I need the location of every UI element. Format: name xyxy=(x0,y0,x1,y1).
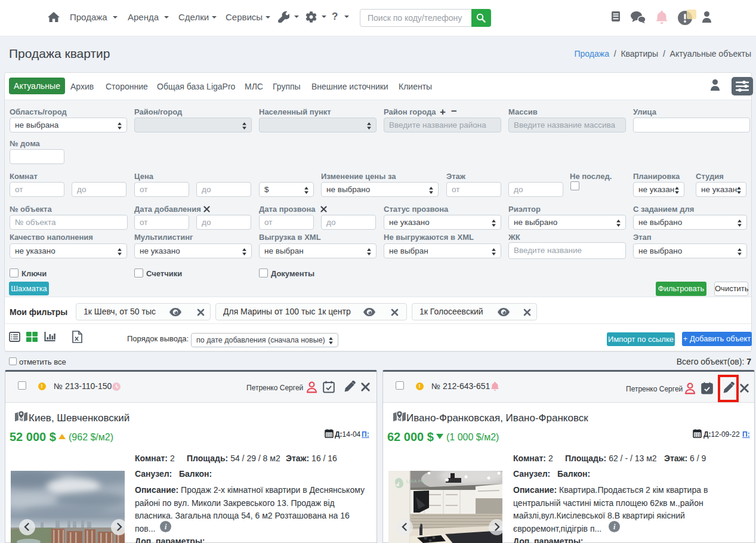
svg-text:LIGA PRO: LIGA PRO xyxy=(406,479,428,484)
